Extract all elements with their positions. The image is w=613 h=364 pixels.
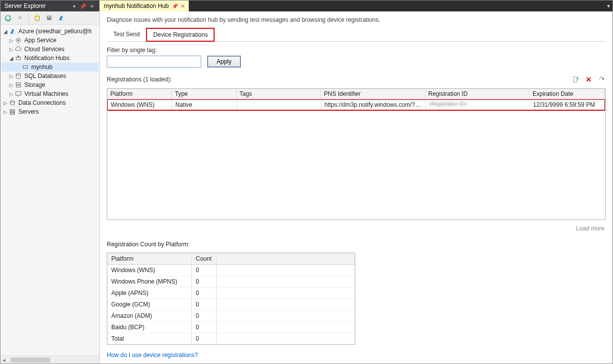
refresh-icon[interactable] <box>3 13 12 22</box>
svg-point-12 <box>10 101 15 103</box>
count-value: 0 <box>192 299 217 310</box>
notification-hub-icon <box>14 54 22 62</box>
tree-label: App Service <box>24 37 57 44</box>
tree-node-sql-databases[interactable]: ▷ SQL Databases <box>1 72 98 80</box>
data-connection-icon <box>8 99 16 107</box>
count-row[interactable]: Apple (APNS)0 <box>107 288 355 299</box>
vm-icon <box>14 90 22 98</box>
expander-icon[interactable]: ▷ <box>8 38 14 43</box>
svg-point-6 <box>17 56 19 58</box>
cell-platform: Windows (WNS) <box>108 100 172 110</box>
document-tab-mynhub[interactable]: mynhub Notification Hub 📌 ✕ <box>100 0 189 11</box>
count-platform: Windows (WNS) <box>107 265 192 276</box>
table-row[interactable]: Windows (WNS) Native https://dm3p.notify… <box>107 99 605 111</box>
count-col-count[interactable]: Count <box>192 253 217 264</box>
tree-label: SQL Databases <box>24 73 66 79</box>
hub-item-icon <box>21 63 29 71</box>
horizontal-scrollbar[interactable]: ◂ <box>0 356 99 364</box>
svg-rect-11 <box>16 92 21 95</box>
count-row[interactable]: Baidu (BCP)0 <box>107 322 355 333</box>
count-row[interactable]: Windows Phone (MPNS)0 <box>107 276 355 288</box>
database-icon <box>14 72 22 80</box>
storage-icon <box>14 81 22 89</box>
apply-button[interactable]: Apply <box>207 56 241 68</box>
tree-node-virtual-machines[interactable]: ▷ Virtual Machines <box>1 89 98 98</box>
refresh-registrations-icon[interactable] <box>598 75 606 83</box>
connect-server-icon[interactable] <box>45 13 54 22</box>
tabbar-dropdown-icon[interactable]: ▾ <box>605 0 613 11</box>
tree-node-notification-hubs[interactable]: ◢ Notification Hubs <box>1 54 98 63</box>
filter-tag-input[interactable] <box>107 56 201 68</box>
svg-rect-13 <box>10 110 15 111</box>
col-header-regid[interactable]: Registration ID <box>425 89 530 99</box>
col-header-pns[interactable]: PNS Identifier <box>321 89 425 99</box>
col-header-platform[interactable]: Platform <box>107 89 172 99</box>
expander-icon[interactable]: ◢ <box>8 56 14 61</box>
scrollbar-thumb[interactable] <box>10 358 50 363</box>
tree-node-mynhub[interactable]: mynhub <box>1 63 98 72</box>
tree-node-servers[interactable]: ▷ Servers <box>1 107 98 116</box>
registrations-label: Registrations (1 loaded): <box>107 76 572 83</box>
svg-rect-5 <box>16 57 21 60</box>
expander-icon[interactable]: ▷ <box>8 91 14 97</box>
azure-icon[interactable] <box>57 13 66 22</box>
tree-label: Servers <box>18 108 39 115</box>
cell-pns: https://dm3p.notify.windows.com/?to… <box>321 100 426 110</box>
delete-registration-icon[interactable]: ✕ <box>585 75 593 83</box>
count-row[interactable]: Total0 <box>107 333 355 344</box>
count-col-platform[interactable]: Platform <box>107 253 192 264</box>
document-panel: mynhub Notification Hub 📌 ✕ ▾ Diagnose i… <box>100 0 613 364</box>
col-header-tags[interactable]: Tags <box>236 89 321 99</box>
tab-device-registrations[interactable]: Device Registrations <box>146 28 215 42</box>
expander-icon[interactable]: ▷ <box>2 109 8 115</box>
expander-icon[interactable]: ▷ <box>8 47 14 52</box>
count-platform: Windows Phone (MPNS) <box>107 276 192 287</box>
panel-dropdown-icon[interactable]: ▾ <box>71 2 77 9</box>
grid-header-row: Platform Type Tags PNS Identifier Regist… <box>107 89 605 99</box>
svg-rect-1 <box>47 16 52 20</box>
count-row[interactable]: Windows (WNS)0 <box>107 265 355 276</box>
count-platform: Google (GCM) <box>107 299 192 310</box>
app-service-icon <box>14 36 22 44</box>
panel-close-icon[interactable]: ✕ <box>88 2 95 9</box>
help-link[interactable]: How do I use device registrations? <box>107 352 606 359</box>
count-value: 0 <box>192 265 217 276</box>
count-by-platform-label: Registration Count by Platform: <box>107 241 606 248</box>
server-explorer-toolbar: ✕ <box>0 11 99 25</box>
tree-node-azure[interactable]: ◢ Azure (sreedhar_pelluru@h <box>1 27 98 36</box>
tree-node-storage[interactable]: ▷ Storage <box>1 80 98 89</box>
connect-db-icon[interactable] <box>33 13 42 22</box>
tab-pin-icon[interactable]: 📌 <box>172 3 178 9</box>
col-header-expiration[interactable]: Expiration Date <box>530 89 605 99</box>
registrations-toolbar: ✕ <box>572 75 606 83</box>
count-platform: Amazon (ADM) <box>107 310 192 321</box>
tree-label: mynhub <box>31 64 53 71</box>
tab-test-send[interactable]: Test Send <box>107 28 146 42</box>
panel-pin-icon[interactable]: 📌 <box>79 2 86 9</box>
count-value: 0 <box>192 333 217 344</box>
tree-label: Azure (sreedhar_pelluru@h <box>18 28 92 35</box>
tree-node-data-connections[interactable]: ▷ Data Connections <box>1 98 98 107</box>
col-header-type[interactable]: Type <box>172 89 236 99</box>
count-value: 0 <box>192 276 217 287</box>
count-row[interactable]: Amazon (ADM)0 <box>107 310 355 322</box>
stop-icon[interactable]: ✕ <box>15 13 24 22</box>
tree-node-cloud-services[interactable]: ▷ Cloud Services <box>1 45 98 54</box>
count-platform: Total <box>107 333 192 344</box>
tree-label: Storage <box>24 81 45 88</box>
tab-close-icon[interactable]: ✕ <box>181 3 185 9</box>
load-more-link[interactable]: Load more <box>107 225 606 232</box>
server-explorer-panel: Server Explorer ▾ 📌 ✕ ✕ ◢ <box>0 0 100 364</box>
add-registration-icon[interactable] <box>572 75 580 83</box>
svg-rect-14 <box>10 111 15 113</box>
expander-icon[interactable]: ▷ <box>8 82 14 88</box>
expander-icon[interactable]: ◢ <box>2 29 8 34</box>
tree-node-app-service[interactable]: ▷ App Service <box>1 36 98 45</box>
subtab-bar: Test Send Device Registrations <box>107 27 606 42</box>
count-row[interactable]: Google (GCM)0 <box>107 299 355 310</box>
svg-rect-9 <box>16 83 21 85</box>
expander-icon[interactable]: ▷ <box>8 73 14 79</box>
expander-icon[interactable]: ▷ <box>2 100 8 106</box>
count-value: 0 <box>192 310 217 321</box>
count-by-platform-table: Platform Count Windows (WNS)0 Windows Ph… <box>107 253 355 345</box>
